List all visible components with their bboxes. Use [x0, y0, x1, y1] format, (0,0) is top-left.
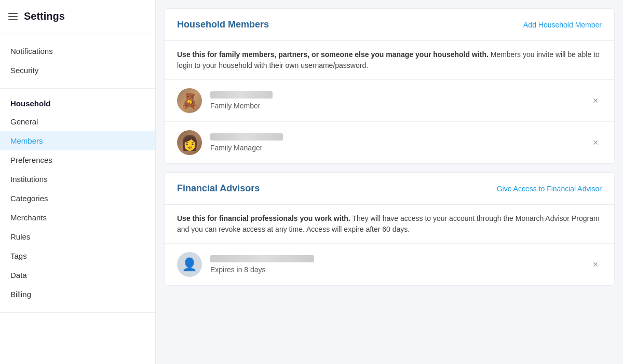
remove-member-button[interactable]: ×: [589, 136, 602, 149]
member-item: Family Member ×: [165, 80, 614, 122]
app-title: Settings: [24, 10, 65, 22]
member-item: Family Manager ×: [165, 122, 614, 163]
sidebar-item-tags[interactable]: Tags: [0, 246, 155, 265]
sidebar-item-general[interactable]: General: [0, 112, 155, 131]
sidebar-header: Settings: [0, 0, 155, 33]
add-household-member-button[interactable]: Add Household Member: [523, 21, 602, 29]
sidebar-item-security[interactable]: Security: [0, 61, 155, 80]
remove-advisor-button[interactable]: ×: [589, 258, 602, 271]
remove-member-button[interactable]: ×: [589, 94, 602, 107]
hamburger-icon[interactable]: [8, 13, 18, 20]
member-name-blurred: [210, 133, 283, 141]
avatar: [177, 88, 202, 113]
financial-advisors-title: Financial Advisors: [177, 183, 260, 194]
advisor-info: Expires in 8 days: [210, 255, 602, 274]
member-role: Family Member: [210, 102, 602, 110]
household-members-section: Household Members Add Household Member U…: [164, 8, 615, 164]
give-access-advisor-button[interactable]: Give Access to Financial Advisor: [497, 185, 602, 193]
household-nav-section: Household General Members Preferences In…: [0, 89, 155, 313]
avatar: [177, 252, 202, 277]
member-info: Family Member: [210, 91, 602, 110]
household-members-description: Use this for family members, partners, o…: [165, 41, 614, 80]
sidebar-item-notifications[interactable]: Notifications: [0, 41, 155, 61]
top-nav-section: Notifications Security: [0, 33, 155, 89]
fa-description-bold: Use this for financial professionals you…: [177, 214, 350, 222]
household-members-title: Household Members: [177, 19, 269, 30]
financial-advisors-section: Financial Advisors Give Access to Financ…: [164, 172, 615, 286]
financial-advisors-description: Use this for financial professionals you…: [165, 205, 614, 244]
household-section-label: Household: [0, 97, 155, 112]
description-bold: Use this for family members, partners, o…: [177, 50, 489, 59]
sidebar-item-categories[interactable]: Categories: [0, 189, 155, 208]
sidebar-item-preferences[interactable]: Preferences: [0, 150, 155, 170]
financial-advisors-header: Financial Advisors Give Access to Financ…: [165, 173, 614, 205]
sidebar: Settings Notifications Security Househol…: [0, 0, 156, 364]
sidebar-item-merchants[interactable]: Merchants: [0, 208, 155, 227]
sidebar-item-billing[interactable]: Billing: [0, 285, 155, 304]
main-content: Household Members Add Household Member U…: [156, 0, 623, 364]
member-info: Family Manager: [210, 133, 602, 152]
advisor-name-blurred: [210, 255, 314, 262]
sidebar-item-data[interactable]: Data: [0, 265, 155, 285]
advisor-item: Expires in 8 days ×: [165, 244, 614, 285]
member-role: Family Manager: [210, 144, 602, 152]
sidebar-item-rules[interactable]: Rules: [0, 227, 155, 246]
sidebar-item-institutions[interactable]: Institutions: [0, 170, 155, 189]
avatar: [177, 130, 202, 155]
member-name-blurred: [210, 91, 273, 99]
advisor-expires: Expires in 8 days: [210, 265, 602, 274]
household-members-header: Household Members Add Household Member: [165, 9, 614, 41]
sidebar-item-members[interactable]: Members: [0, 131, 155, 150]
